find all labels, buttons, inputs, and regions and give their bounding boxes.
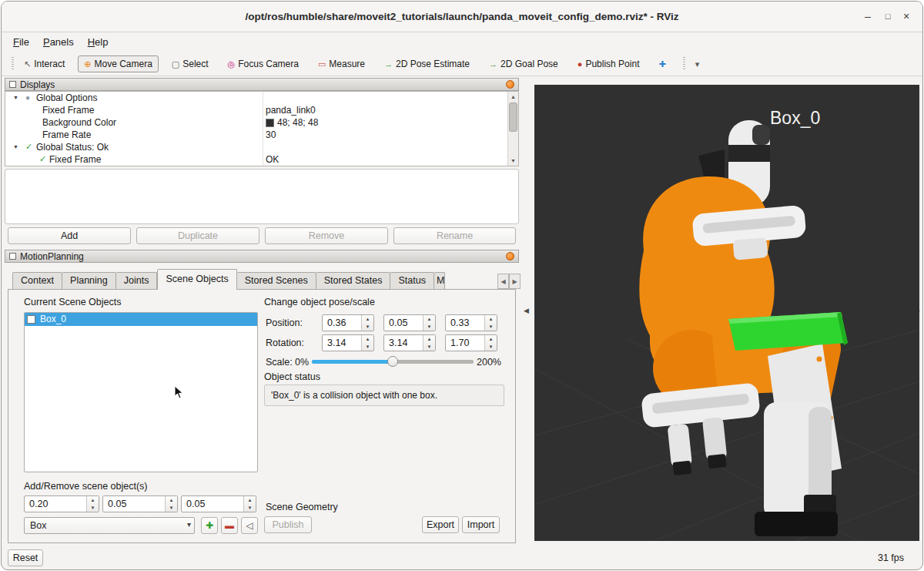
position-z-spinner[interactable]: 0.33 ▲▼ [445,314,497,331]
size-x-spinner[interactable]: 0.20 ▲▼ [24,495,99,512]
object-checkbox[interactable] [27,315,35,324]
scrollbar-thumb[interactable] [509,102,517,132]
tree-row-global-options[interactable]: ▼ ● Global Options [5,92,518,104]
size-x-value[interactable]: 0.20 [29,499,48,509]
scene-objects-list[interactable]: Box_0 [24,312,258,472]
expander-icon[interactable]: ▼ [13,95,18,100]
minimize-button[interactable]: – [861,10,875,24]
spin-up-icon[interactable]: ▲ [244,496,256,504]
spinner-buttons[interactable]: ▲▼ [484,315,497,331]
close-button[interactable]: × [899,10,913,24]
tool-move-camera[interactable]: ⊕ Move Camera [78,55,159,72]
spinner-buttons[interactable]: ▲▼ [165,496,177,512]
splitter-arrow-left-icon[interactable]: ◀ [524,307,529,314]
add-tool-button[interactable]: ✚ [652,57,671,72]
tab-manipulation-partial[interactable]: M [434,272,445,289]
spin-up-icon[interactable]: ▲ [424,335,435,343]
spin-down-icon[interactable]: ▼ [87,504,99,512]
rename-display-button[interactable]: Rename [393,227,516,244]
position-y-spinner[interactable]: 0.05 ▲▼ [383,314,436,331]
tab-joints[interactable]: Joints [116,272,158,289]
clear-object-button[interactable]: ◁ [241,517,258,534]
tool-measure[interactable]: ▭ Measure [312,55,371,72]
spin-down-icon[interactable]: ▼ [166,504,177,512]
tab-stored-states[interactable]: Stored States [316,272,391,289]
panel-detach-button[interactable] [506,80,514,89]
add-display-button[interactable]: Add [8,227,131,244]
tree-row-fixed-frame[interactable]: Fixed Frame panda_link0 [5,104,518,116]
spinner-buttons[interactable]: ▲▼ [484,335,497,351]
spin-up-icon[interactable]: ▲ [166,496,177,504]
spinner-buttons[interactable]: ▲▼ [361,315,373,331]
size-z-spinner[interactable]: 0.05 ▲▼ [181,495,256,512]
scroll-up-icon[interactable]: ▲ [508,92,518,102]
list-item-box0[interactable]: Box_0 [25,313,257,326]
spin-down-icon[interactable]: ▼ [485,323,497,331]
position-z-value[interactable]: 0.33 [450,317,469,328]
panel-detach-button[interactable] [506,252,514,260]
spinner-buttons[interactable]: ▲▼ [86,496,99,512]
toolbar-handle[interactable] [12,57,14,71]
remove-object-button[interactable]: ▬ [221,517,238,534]
menu-panels[interactable]: Panels [36,33,81,52]
tool-select[interactable]: ▢ Select [166,55,215,72]
spin-down-icon[interactable]: ▼ [424,323,435,331]
tree-row-frame-rate[interactable]: Frame Rate 30 [5,129,518,141]
spinner-buttons[interactable]: ▲▼ [361,335,373,351]
export-button[interactable]: Export [422,516,459,533]
spin-down-icon[interactable]: ▼ [362,343,373,351]
scale-slider[interactable] [312,354,474,368]
rotation-x-spinner[interactable]: 3.14 ▲▼ [322,334,374,351]
rotation-y-spinner[interactable]: 3.14 ▲▼ [383,334,436,351]
expander-icon[interactable]: ▼ [13,144,18,149]
position-y-value[interactable]: 0.05 [389,317,407,328]
tool-2d-goal-pose[interactable]: → 2D Goal Pose [483,55,564,72]
publish-button[interactable]: Publish [264,516,312,533]
rotation-z-spinner[interactable]: 1.70 ▲▼ [445,334,497,351]
rotation-x-value[interactable]: 3.14 [327,338,346,348]
tab-planning[interactable]: Planning [62,272,116,289]
menu-help[interactable]: Help [81,33,116,52]
tab-scene-objects[interactable]: Scene Objects [157,269,236,290]
motion-planning-panel-header[interactable]: MotionPlanning [5,250,519,263]
scroll-down-icon[interactable]: ▼ [508,156,518,166]
property-value[interactable]: panda_link0 [266,105,316,116]
add-object-button[interactable]: ✚ [201,517,218,534]
property-value[interactable]: 30 [266,129,276,140]
remove-display-button[interactable]: Remove [265,227,388,244]
size-y-spinner[interactable]: 0.05 ▲▼ [102,495,178,512]
reset-button[interactable]: Reset [8,549,43,566]
spinner-buttons[interactable]: ▲▼ [243,496,256,512]
property-value[interactable]: 48; 48; 48 [266,117,318,128]
tab-context[interactable]: Context [12,272,62,289]
spin-up-icon[interactable]: ▲ [87,496,99,504]
tool-2d-pose-estimate[interactable]: → 2D Pose Estimate [378,55,476,72]
tool-publish-point[interactable]: ● Publish Point [571,55,646,72]
spin-down-icon[interactable]: ▼ [244,504,256,512]
tab-scroll-right-icon[interactable]: ▶ [509,274,521,289]
position-x-spinner[interactable]: 0.36 ▲▼ [322,314,374,331]
tool-interact[interactable]: ↖ Interact [18,55,71,72]
toolbar-handle[interactable] [683,57,685,71]
tool-focus-camera[interactable]: ◎ Focus Camera [222,55,305,72]
spin-down-icon[interactable]: ▼ [424,343,435,351]
spinner-buttons[interactable]: ▲▼ [423,315,435,331]
position-x-value[interactable]: 0.36 [327,317,346,328]
shape-select[interactable]: Box ▾ [24,517,195,534]
size-y-value[interactable]: 0.05 [108,499,126,509]
maximize-button[interactable]: □ [881,10,895,24]
import-button[interactable]: Import [462,516,500,533]
displays-panel-header[interactable]: Displays [5,78,519,91]
rotation-y-value[interactable]: 3.14 [389,338,407,348]
menu-file[interactable]: File [6,33,36,52]
size-z-value[interactable]: 0.05 [186,499,205,509]
title-bar[interactable]: /opt/ros/humble/share/moveit2_tutorials/… [2,2,922,32]
tab-stored-scenes[interactable]: Stored Scenes [237,272,316,289]
spin-down-icon[interactable]: ▼ [485,343,497,351]
3d-viewport[interactable]: Box_0 [534,85,919,541]
tree-row-background-color[interactable]: Background Color 48; 48; 48 [5,116,518,129]
spin-up-icon[interactable]: ▲ [424,315,435,323]
spin-up-icon[interactable]: ▲ [362,335,373,343]
spin-up-icon[interactable]: ▲ [362,315,373,323]
toolbar-overflow-button[interactable]: ▾ [691,57,705,72]
